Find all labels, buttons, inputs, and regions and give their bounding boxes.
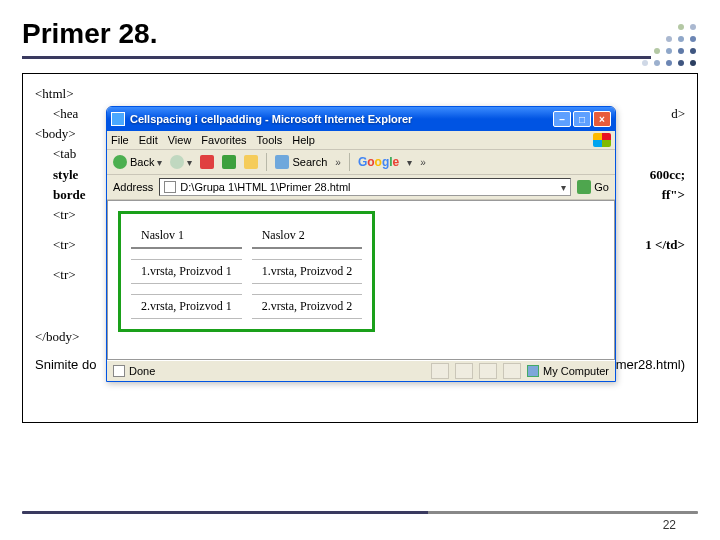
slide-title: Primer 28. xyxy=(22,18,651,59)
go-icon xyxy=(577,180,591,194)
page-content: Naslov 1 Naslov 2 1.vrsta, Proizvod 1 1.… xyxy=(107,200,615,360)
slide-container: Primer 28. <html> <head> <body> <tab sty… xyxy=(0,0,720,540)
code-line: d> xyxy=(671,104,685,124)
code-line: <tab xyxy=(53,146,76,161)
menu-edit[interactable]: Edit xyxy=(139,134,158,146)
security-zone: My Computer xyxy=(527,365,609,377)
back-icon xyxy=(113,155,127,169)
status-pane xyxy=(479,363,497,379)
address-value: D:\Grupa 1\HTML 1\Primer 28.html xyxy=(180,181,350,193)
status-pane xyxy=(431,363,449,379)
google-toolbar-logo[interactable]: Google xyxy=(358,155,399,169)
address-input[interactable]: D:\Grupa 1\HTML 1\Primer 28.html ▾ xyxy=(159,178,571,196)
code-line: <tr> xyxy=(53,267,76,282)
code-line: 1 </td> xyxy=(645,235,685,255)
titlebar[interactable]: Cellspacing i cellpadding - Microsoft In… xyxy=(107,107,615,131)
menu-file[interactable]: File xyxy=(111,134,129,146)
page-number: 22 xyxy=(663,518,676,532)
status-bar: Done My Computer xyxy=(107,360,615,381)
computer-icon xyxy=(527,365,539,377)
menu-help[interactable]: Help xyxy=(292,134,315,146)
search-button[interactable]: Search xyxy=(275,155,327,169)
footer-divider xyxy=(22,511,698,514)
table-header-cell: Naslov 2 xyxy=(252,224,363,249)
table-cell: 2.vrsta, Proizvod 1 xyxy=(131,294,242,319)
page-icon xyxy=(164,181,176,193)
table-cell: 1.vrsta, Proizvod 1 xyxy=(131,259,242,284)
chevron-down-icon[interactable]: ▾ xyxy=(561,182,566,193)
save-hint: mer28.html) xyxy=(616,355,685,375)
refresh-icon xyxy=(222,155,236,169)
table-row: 1.vrsta, Proizvod 1 1.vrsta, Proizvod 2 xyxy=(131,259,362,284)
back-button[interactable]: Back ▾ xyxy=(113,155,162,169)
search-icon xyxy=(275,155,289,169)
windows-flag-icon xyxy=(593,133,611,147)
maximize-button[interactable]: □ xyxy=(573,111,591,127)
stop-icon xyxy=(200,155,214,169)
code-line: <html> xyxy=(35,86,74,101)
menu-bar: File Edit View Favorites Tools Help xyxy=(107,131,615,150)
code-line: <body> xyxy=(35,126,76,141)
page-icon xyxy=(113,365,125,377)
save-hint: Snimite do xyxy=(35,355,96,375)
stop-button[interactable] xyxy=(200,155,214,169)
search-label: Search xyxy=(292,156,327,168)
chevron-down-icon: ▾ xyxy=(407,157,412,168)
close-button[interactable]: × xyxy=(593,111,611,127)
status-pane xyxy=(503,363,521,379)
ie-logo-icon xyxy=(111,112,125,126)
table-header-row: Naslov 1 Naslov 2 xyxy=(131,224,362,249)
code-line: style xyxy=(53,165,78,185)
home-button[interactable] xyxy=(244,155,258,169)
more-toolbar-icon[interactable]: » xyxy=(335,157,341,168)
go-label: Go xyxy=(594,181,609,193)
window-title: Cellspacing i cellpadding - Microsoft In… xyxy=(130,113,553,125)
demo-table: Naslov 1 Naslov 2 1.vrsta, Proizvod 1 1.… xyxy=(118,211,375,332)
status-pane xyxy=(455,363,473,379)
minimize-button[interactable]: – xyxy=(553,111,571,127)
table-cell: 2.vrsta, Proizvod 2 xyxy=(252,294,363,319)
toolbar: Back ▾ ▾ Search » Google▾ » xyxy=(107,150,615,175)
zone-label: My Computer xyxy=(543,365,609,377)
menu-favorites[interactable]: Favorites xyxy=(201,134,246,146)
forward-button[interactable]: ▾ xyxy=(170,155,192,169)
code-line: <tr> xyxy=(53,207,76,222)
address-label: Address xyxy=(113,181,153,193)
menu-tools[interactable]: Tools xyxy=(257,134,283,146)
corner-dot-decoration xyxy=(642,22,698,78)
table-cell: 1.vrsta, Proizvod 2 xyxy=(252,259,363,284)
refresh-button[interactable] xyxy=(222,155,236,169)
table-header-cell: Naslov 1 xyxy=(131,224,242,249)
menu-view[interactable]: View xyxy=(168,134,192,146)
forward-icon xyxy=(170,155,184,169)
more-toolbar-icon[interactable]: » xyxy=(420,157,426,168)
address-bar: Address D:\Grupa 1\HTML 1\Primer 28.html… xyxy=(107,175,615,200)
status-done: Done xyxy=(113,365,155,377)
code-line: <tr> xyxy=(53,235,76,255)
code-line: </body> xyxy=(35,329,79,344)
chevron-down-icon: ▾ xyxy=(157,157,162,168)
home-icon xyxy=(244,155,258,169)
browser-window: Cellspacing i cellpadding - Microsoft In… xyxy=(106,106,616,382)
table-row: 2.vrsta, Proizvod 1 2.vrsta, Proizvod 2 xyxy=(131,294,362,319)
code-line: <hea xyxy=(53,104,78,124)
code-line: borde xyxy=(53,185,86,205)
back-label: Back xyxy=(130,156,154,168)
status-text: Done xyxy=(129,365,155,377)
go-button[interactable]: Go xyxy=(577,180,609,194)
code-line: ff"> xyxy=(662,185,685,205)
code-line: 600cc; xyxy=(650,165,685,185)
chevron-down-icon: ▾ xyxy=(187,157,192,168)
